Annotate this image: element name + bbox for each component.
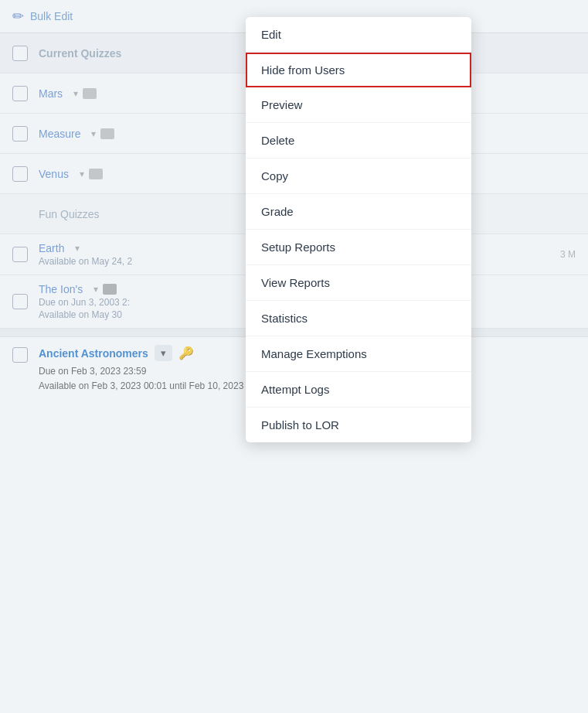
menu-item-label: Delete xyxy=(261,134,294,147)
menu-item-label: Copy xyxy=(261,169,288,183)
menu-item-manage-exemptions[interactable]: Manage Exemptions xyxy=(246,336,471,372)
menu-item-label: Setup Reports xyxy=(261,241,335,254)
menu-item-label: Grade xyxy=(261,205,294,218)
menu-item-hide-from-users[interactable]: Hide from Users xyxy=(246,53,471,87)
menu-item-label: Edit xyxy=(261,28,281,41)
menu-item-label: View Reports xyxy=(261,276,330,289)
menu-item-setup-reports[interactable]: Setup Reports xyxy=(246,230,471,265)
menu-item-publish-to-lor[interactable]: Publish to LOR xyxy=(246,408,471,442)
menu-item-attempt-logs[interactable]: Attempt Logs xyxy=(246,372,471,408)
menu-item-label: Hide from Users xyxy=(261,63,345,77)
menu-item-label: Statistics xyxy=(261,312,308,325)
menu-item-label: Manage Exemptions xyxy=(261,347,367,360)
menu-item-preview[interactable]: Preview xyxy=(246,87,471,123)
menu-item-view-reports[interactable]: View Reports xyxy=(246,265,471,301)
menu-item-grade[interactable]: Grade xyxy=(246,194,471,230)
menu-item-label: Publish to LOR xyxy=(261,418,339,432)
menu-item-statistics[interactable]: Statistics xyxy=(246,301,471,336)
menu-item-copy[interactable]: Copy xyxy=(246,159,471,194)
menu-item-delete[interactable]: Delete xyxy=(246,123,471,159)
menu-item-edit[interactable]: Edit xyxy=(246,17,471,53)
menu-item-label: Attempt Logs xyxy=(261,383,329,396)
menu-item-label: Preview xyxy=(261,98,302,111)
context-menu: Edit Hide from Users Preview Delete Copy… xyxy=(246,17,471,442)
